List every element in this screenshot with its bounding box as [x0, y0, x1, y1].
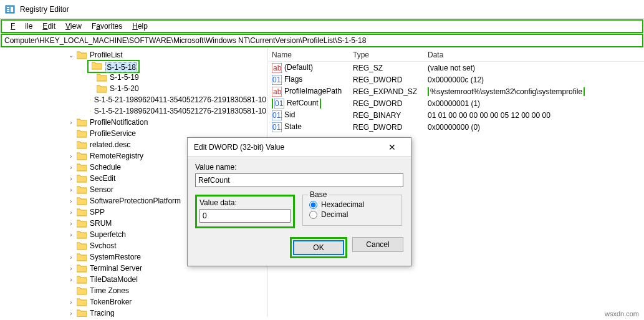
tree-item[interactable]: S-1-5-20	[2, 83, 267, 94]
expand-icon[interactable]: ›	[67, 299, 75, 306]
reg-bin-icon: 011	[274, 99, 284, 109]
tree-item[interactable]: ›ProfileNotification	[2, 117, 267, 128]
svg-text:ab: ab	[273, 64, 282, 72]
header-name[interactable]: Name	[268, 51, 349, 59]
expand-icon[interactable]: ›	[67, 209, 75, 216]
folder-icon	[77, 275, 87, 284]
reg-bin-icon: 011	[272, 110, 282, 120]
edit-dword-dialog: Edit DWORD (32-bit) Value ✕ Value name: …	[187, 137, 411, 266]
menu-file[interactable]: File	[6, 21, 37, 32]
expand-icon[interactable]: ›	[67, 153, 75, 160]
folder-icon	[77, 196, 87, 205]
expand-icon[interactable]: ›	[67, 119, 75, 126]
menu-view[interactable]: View	[60, 21, 87, 32]
base-legend: Base	[308, 190, 329, 199]
reg-bin-icon: 011	[272, 75, 282, 85]
list-row[interactable]: 011Flags REG_DWORD 0x0000000c (12)	[268, 74, 644, 85]
tree-item[interactable]: Time Zones	[2, 285, 267, 296]
expand-icon[interactable]: ›	[67, 198, 75, 205]
reg-bin-icon: 011	[272, 122, 282, 132]
address-text: Computer\HKEY_LOCAL_MACHINE\SOFTWARE\Mic…	[4, 36, 366, 45]
folder-icon	[77, 174, 87, 183]
svg-rect-3	[7, 11, 9, 12]
folder-icon	[77, 152, 87, 160]
tree-item-s-1-5-18[interactable]: S-1-5-18	[2, 61, 267, 72]
folder-icon	[77, 264, 87, 273]
expand-icon[interactable]: ›	[67, 187, 75, 193]
expand-icon[interactable]: ›	[67, 276, 75, 283]
watermark: wsxdn.com	[605, 310, 639, 318]
menu-bar: File Edit View Favorites Help	[1, 19, 643, 33]
address-bar[interactable]: Computer\HKEY_LOCAL_MACHINE\SOFTWARE\Mic…	[1, 34, 643, 47]
svg-rect-1	[7, 7, 9, 8]
header-data[interactable]: Data	[424, 51, 644, 59]
valuename-input[interactable]	[195, 173, 403, 187]
tree-item-profilelist[interactable]: ⌄ ProfileList	[2, 49, 267, 61]
folder-icon	[90, 95, 91, 104]
list-row[interactable]: 011State REG_DWORD 0x00000000 (0)	[268, 121, 644, 133]
svg-text:ab: ab	[273, 87, 282, 96]
svg-text:011: 011	[272, 111, 282, 120]
expand-icon[interactable]: ›	[67, 164, 75, 171]
tree-item[interactable]: S-1-5-19	[2, 72, 267, 83]
expand-icon[interactable]: ›	[67, 220, 75, 227]
menu-edit[interactable]: Edit	[37, 21, 60, 32]
folder-icon	[77, 241, 87, 250]
expand-icon[interactable]: ›	[67, 175, 75, 182]
close-icon[interactable]: ✕	[380, 142, 405, 152]
header-type[interactable]: Type	[349, 51, 424, 59]
expand-icon[interactable]: ›	[67, 254, 75, 261]
folder-icon	[77, 298, 87, 306]
folder-icon	[77, 253, 87, 261]
folder-icon	[90, 107, 91, 115]
list-row[interactable]: 011RefCount REG_DWORD 0x00000001 (1)	[268, 97, 644, 109]
expand-icon[interactable]: ›	[67, 231, 75, 238]
reg-sz-icon: ab	[272, 63, 282, 73]
collapse-icon[interactable]: ⌄	[67, 52, 75, 59]
list-row[interactable]: ab(Default) REG_SZ (value not set)	[268, 62, 644, 74]
folder-icon	[77, 286, 87, 295]
expand-icon[interactable]: ›	[67, 265, 75, 272]
folder-icon	[77, 219, 87, 228]
folder-icon	[77, 230, 87, 239]
radio-dec[interactable]: Decimal	[309, 210, 395, 219]
tree-item[interactable]: ›TokenBroker	[2, 296, 267, 308]
tree-item[interactable]: S-1-5-21-1989620411-3540521276-219183058…	[2, 94, 267, 105]
reg-sz-icon: ab	[272, 87, 282, 97]
expand-icon[interactable]: ›	[67, 310, 75, 317]
cancel-button[interactable]: Cancel	[352, 237, 403, 252]
ok-highlight: OK	[290, 237, 347, 258]
list-row[interactable]: 011Sid REG_BINARY 01 01 00 00 00 00 00 0…	[268, 109, 644, 121]
valuedata-input[interactable]	[199, 209, 291, 223]
radio-hex[interactable]: Hexadecimal	[309, 200, 395, 209]
list-row[interactable]: abProfileImagePath REG_EXPAND_SZ %system…	[268, 85, 644, 97]
folder-icon	[77, 185, 87, 194]
dialog-titlebar[interactable]: Edit DWORD (32-bit) Value ✕	[188, 138, 411, 157]
tree-item[interactable]: S-1-5-21-1989620411-3540521276-219183058…	[2, 105, 267, 117]
folder-icon	[77, 140, 87, 149]
list-header: Name Type Data	[268, 48, 644, 62]
svg-rect-2	[7, 9, 9, 10]
tree-item[interactable]: ›TileDataModel	[2, 274, 267, 285]
dialog-title-text: Edit DWORD (32-bit) Value	[194, 143, 284, 152]
radio-hex-input[interactable]	[309, 201, 317, 209]
menu-help[interactable]: Help	[127, 21, 153, 32]
svg-text:011: 011	[272, 123, 282, 132]
folder-icon	[77, 208, 87, 216]
ok-button[interactable]: OK	[293, 240, 344, 255]
folder-icon	[77, 51, 87, 59]
folder-icon	[97, 84, 107, 93]
svg-text:011: 011	[272, 75, 282, 84]
folder-icon	[97, 73, 107, 82]
regedit-icon	[5, 4, 15, 14]
window-title: Registry Editor	[20, 5, 69, 14]
folder-icon	[77, 163, 87, 172]
valuename-label: Value name:	[195, 163, 403, 172]
radio-dec-input[interactable]	[309, 211, 317, 219]
menu-favorites[interactable]: Favorites	[87, 21, 127, 32]
window-titlebar: Registry Editor	[0, 0, 644, 19]
base-group: Base Hexadecimal Decimal	[302, 195, 402, 226]
folder-icon	[77, 118, 87, 127]
svg-rect-4	[11, 7, 13, 12]
tree-item[interactable]: ›Tracing	[2, 308, 267, 317]
